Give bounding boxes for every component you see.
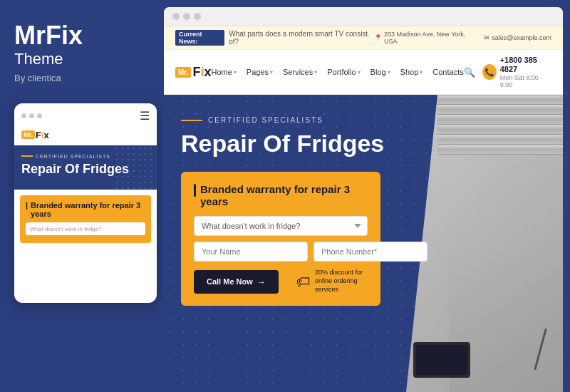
news-bar: Current News: What parts does a modern s… [164,26,563,50]
hero-right-image [406,95,563,392]
mobile-select-stub[interactable]: What doesn't work in fridge? [26,222,145,235]
news-email: ✉ sales@example.com [484,34,551,41]
chevron-down-icon: ▾ [420,69,423,76]
name-input[interactable] [194,242,308,262]
chevron-down-icon: ▾ [388,69,390,76]
hero-image-bg [406,95,563,392]
nav-item-services-label: Services [283,68,313,76]
phone-details: +1800 385 4827 Mon-Sat 8:00 - 9:00 [500,56,551,88]
nav-right: 🔍 📞 +1800 385 4827 Mon-Sat 8:00 - 9:00 [464,56,551,88]
chevron-down-icon: ▾ [358,69,361,76]
phone-icon: 📞 [482,64,497,80]
call-me-now-button[interactable]: Call Me Now → [194,270,279,294]
warranty-card: Branded warranty for repair 3 years What… [181,172,380,305]
mobile-logo: Mr. Fix [21,130,49,140]
hero-title: Repair Of Fridges [181,130,389,158]
nav-logo: Mr. Fix [175,65,211,80]
brand-subtitle: Theme [14,50,150,68]
mobile-preview: ☰ Mr. Fix CERTIFIED SPECIALISTS Repair O… [14,103,157,303]
nav-item-services[interactable]: Services ▾ [283,68,317,76]
warranty-bottom: Call Me Now → 🏷 20% discount for online … [194,269,368,294]
nav-item-home[interactable]: Home ▾ [211,68,236,76]
hero-content: CERTIFIED SPECIALISTS Repair Of Fridges … [181,116,389,305]
nav-menu: Home ▾ Pages ▾ Services ▾ Portfolio ▾ Bl… [211,68,463,76]
browser-dot-1 [172,13,180,20]
warranty-title-text: Branded warranty for repair 3 years [200,183,368,207]
blind-strip-6 [437,145,563,155]
certified-line-decoration [181,120,202,121]
nav-item-shop-label: Shop [400,68,419,76]
phone-hours: Mon-Sat 8:00 - 9:00 [500,74,551,88]
blind-strip-4 [437,125,563,135]
news-tag: Current News: [175,30,224,46]
warranty-bar-decoration [194,184,196,197]
mobile-logo-bar: Mr. Fix [14,125,157,145]
chevron-down-icon: ▾ [314,69,317,76]
nav-phone: 📞 +1800 385 4827 Mon-Sat 8:00 - 9:00 [482,56,551,88]
brand-by: By clientica [14,73,150,83]
nav-item-shop[interactable]: Shop ▾ [400,68,423,76]
phone-number: +1800 385 4827 [500,56,551,74]
news-text: What parts does a modern smart TV consis… [229,30,374,46]
mobile-top-bar: ☰ [14,103,157,125]
nav-item-contacts-label: Contacts [432,68,463,76]
discount-icon: 🏷 [296,272,311,291]
browser-dot-3 [194,13,201,20]
nav-item-home-label: Home [211,68,232,76]
address-text: 203 Madison Ave, New York, USA [384,31,474,45]
mobile-dots-pattern [114,145,157,190]
blind-strip-2 [437,105,563,115]
nav-item-portfolio[interactable]: Portfolio ▾ [327,68,360,76]
logo-fix-text: Fix [36,130,49,140]
email-text: sales@example.com [492,34,551,41]
nav-item-pages-label: Pages [247,68,269,76]
phone-input[interactable] [314,242,428,262]
warranty-select[interactable]: What doesn't work in fridge? [194,216,368,236]
browser-window-dots [172,13,201,20]
nav-item-contacts[interactable]: Contacts [432,68,463,76]
nav-bar: Mr. Fix Home ▾ Pages ▾ Services ▾ Portfo… [164,50,563,95]
nav-logo-colored-i: i [200,65,204,79]
logo-mr-badge: Mr. [21,130,35,139]
news-address: 📍 203 Madison Ave, New York, USA [374,31,474,45]
nav-item-portfolio-label: Portfolio [327,68,356,76]
nav-item-blog-label: Blog [370,68,386,76]
nav-logo-fix: Fix [192,65,211,80]
blind-strip-3 [437,115,563,125]
news-bar-left: Current News: What parts does a modern s… [175,30,374,46]
search-icon[interactable]: 🔍 [464,67,475,78]
blind-strip-5 [437,135,563,145]
browser-dot-2 [183,13,190,20]
warranty-heading: Branded warranty for repair 3 years [194,183,368,207]
website-content: Current News: What parts does a modern s… [164,26,563,392]
arrow-icon: → [256,277,266,287]
hamburger-icon[interactable]: ☰ [140,109,150,123]
call-btn-label: Call Me Now [207,277,253,286]
address-icon: 📍 [374,34,382,41]
nav-item-blog[interactable]: Blog ▾ [370,68,390,76]
mobile-warranty-title: Branded warranty for repair 3 years [26,201,145,218]
certified-label: CERTIFIED SPECIALISTS [181,116,389,124]
discount-info: 🏷 20% discount for online ordering servi… [296,269,368,294]
browser-chrome [164,7,563,26]
hero-left: CERTIFIED SPECIALISTS Repair Of Fridges … [164,95,406,392]
nav-logo-mr: Mr. [175,67,191,78]
mobile-hero-section: CERTIFIED SPECIALISTS Repair Of Fridges [14,145,157,190]
device-screen [416,345,467,375]
news-bar-right: 📍 203 Madison Ave, New York, USA ✉ sales… [374,31,551,45]
dot-1 [21,113,26,118]
dot-3 [37,113,42,118]
chevron-down-icon: ▾ [270,69,273,76]
browser-panel: Current News: What parts does a modern s… [164,7,563,392]
blind-strip-1 [437,95,563,105]
discount-text: 20% discount for online ordering service… [315,269,368,294]
left-panel: MrFix Theme By clientica ☰ Mr. Fix CERTI… [0,0,164,392]
certified-text: CERTIFIED SPECIALISTS [208,116,323,124]
chevron-down-icon: ▾ [234,69,237,76]
hero-section: CERTIFIED SPECIALISTS Repair Of Fridges … [164,95,563,392]
mobile-warranty-card: Branded warranty for repair 3 years What… [20,195,151,243]
nav-item-pages[interactable]: Pages ▾ [247,68,273,76]
device-shape [413,342,470,378]
brand-title: MrFix [14,21,150,50]
email-icon: ✉ [484,34,489,41]
